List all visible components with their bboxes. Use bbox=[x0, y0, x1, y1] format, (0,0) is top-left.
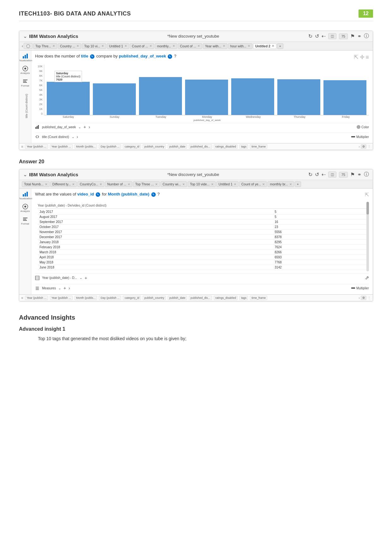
tab-item-w1-7[interactable]: Year with... ✕ bbox=[203, 43, 227, 49]
add-measure-btn[interactable]: + bbox=[63, 286, 66, 291]
footer-item-w1-5[interactable]: publish_country bbox=[143, 144, 166, 149]
right-arrow-table[interactable]: › bbox=[69, 286, 70, 291]
footer-item-w2-8[interactable]: ratings_disabled bbox=[214, 296, 238, 300]
footer-item-w2-3[interactable]: Day (publish ... bbox=[99, 296, 121, 300]
sidebar-visualization-2[interactable]: Visualization bbox=[21, 191, 30, 200]
tab-close-icon[interactable]: ✕ bbox=[248, 44, 250, 48]
footer-settings-icon-2[interactable]: ≡ bbox=[21, 296, 23, 300]
footer-item-w1-3[interactable]: Day (publish ... bbox=[99, 144, 121, 149]
sidebar-analysis[interactable]: Analysis bbox=[21, 66, 30, 75]
tab-item-w1-0[interactable]: Top Thre... ✕ bbox=[33, 43, 57, 49]
expand-icon-table[interactable]: ⇗ bbox=[365, 275, 369, 281]
query-edit-icon-4[interactable]: ✎ bbox=[151, 192, 156, 197]
bar-monday[interactable] bbox=[185, 80, 228, 115]
search-icon-2[interactable]: ⚭ bbox=[357, 172, 361, 178]
tab-item-w2-4[interactable]: Top Three ... ✕ bbox=[133, 181, 160, 187]
x-field-dropdown[interactable]: ⌄ bbox=[78, 125, 81, 129]
tab-close-icon[interactable]: ✕ bbox=[289, 183, 292, 186]
tab-close-icon[interactable]: ✕ bbox=[197, 44, 200, 48]
redo-icon-2[interactable]: ↺ bbox=[315, 172, 319, 178]
tab-item-w2-8[interactable]: Count of ye... ✕ bbox=[239, 181, 267, 187]
bar-wednesday[interactable] bbox=[231, 78, 274, 115]
tab-item-w2-0[interactable]: Total Numb... ✕ bbox=[22, 181, 50, 187]
tab-item-w2-7[interactable]: Untitled 1 ✕ bbox=[216, 181, 238, 187]
sidebar-analysis-2[interactable]: Analysis bbox=[21, 204, 30, 213]
footer-item-w2-10[interactable]: time_frame bbox=[250, 296, 267, 300]
footer-item-w1-8[interactable]: ratings_disabled bbox=[214, 144, 238, 149]
footer-item-w1-2[interactable]: Month (publis... bbox=[75, 144, 97, 149]
footer-item-w1-7[interactable]: published_dis... bbox=[189, 144, 212, 149]
tab-item-w1-1[interactable]: Country ... ✕ bbox=[58, 43, 81, 49]
measures-label[interactable]: Measures bbox=[42, 286, 56, 290]
tab-item-w1-9[interactable]: Untitled 2 ✕ bbox=[253, 43, 276, 49]
sidebar-visualization[interactable]: Visualization bbox=[21, 53, 30, 62]
undo-icon[interactable]: ↻ bbox=[308, 33, 312, 39]
tab-close-icon[interactable]: ✕ bbox=[234, 183, 236, 186]
settings-icon[interactable]: ≡ bbox=[365, 54, 369, 60]
tab-close-icon[interactable]: ✕ bbox=[149, 44, 152, 48]
search-icon[interactable]: ⚭ bbox=[357, 33, 361, 39]
size-btn[interactable]: 75 bbox=[339, 33, 348, 39]
x-field-label-2[interactable]: Year (publish_date) - D... bbox=[42, 276, 77, 280]
flag-icon[interactable]: ⚑ bbox=[350, 33, 355, 39]
footer-settings-btn[interactable]: ⚙ bbox=[361, 144, 366, 149]
tab-item-w1-3[interactable]: Untitled 1 ✕ bbox=[107, 43, 129, 49]
footer-item-w2-2[interactable]: Month (publis... bbox=[75, 296, 97, 300]
share-icon-2[interactable]: ⇠ bbox=[322, 172, 326, 178]
resize-icon-2[interactable]: ⇱ bbox=[365, 192, 369, 197]
tab-close-icon[interactable]: ✕ bbox=[52, 44, 55, 48]
tab-close-icon[interactable]: ✕ bbox=[211, 183, 214, 186]
footer-item-w1-6[interactable]: publish_date bbox=[168, 144, 187, 149]
footer-item-w1-4[interactable]: category_id bbox=[123, 144, 141, 149]
y-field-dropdown[interactable]: ⌄ bbox=[72, 135, 74, 139]
x-field-dropdown-2[interactable]: ⌄ bbox=[80, 276, 82, 280]
footer-item-w1-0[interactable]: Year (publish ... bbox=[25, 144, 48, 149]
tab-close-icon[interactable]: ✕ bbox=[124, 44, 127, 48]
footer-item-w2-5[interactable]: publish_country bbox=[143, 296, 166, 300]
tab-item-w2-5[interactable]: Country wi... ✕ bbox=[160, 181, 187, 187]
tab-close-icon[interactable]: ✕ bbox=[100, 183, 102, 186]
redo-icon[interactable]: ↺ bbox=[315, 33, 319, 39]
x-field-label[interactable]: published_day_of_week bbox=[42, 125, 76, 129]
footer-dots-icon-2[interactable]: ⋮ bbox=[367, 296, 371, 300]
tab-item-w1-10[interactable]: + bbox=[277, 43, 283, 49]
bar-tuesday[interactable] bbox=[139, 77, 182, 115]
help-icon-2[interactable]: ⓘ bbox=[364, 171, 369, 178]
add-tab-btn[interactable]: ◯ bbox=[24, 43, 33, 49]
tab-item-w1-4[interactable]: Count of ... ✕ bbox=[130, 43, 154, 49]
undo-icon-2[interactable]: ↻ bbox=[308, 172, 312, 178]
right-arrow-2[interactable]: › bbox=[77, 134, 78, 139]
footer-item-w1-10[interactable]: time_frame bbox=[250, 144, 267, 149]
sidebar-format[interactable]: Format bbox=[21, 78, 30, 87]
query-edit-icon-3[interactable]: ✎ bbox=[96, 192, 100, 197]
footer-right-arrow[interactable]: › bbox=[359, 145, 360, 148]
query-edit-icon-1[interactable]: ✎ bbox=[90, 54, 94, 59]
footer-item-w2-1[interactable]: Year (publish ... bbox=[50, 296, 73, 300]
tab-close-icon[interactable]: ✕ bbox=[155, 183, 158, 186]
color-control[interactable]: Color bbox=[357, 125, 369, 129]
tab-item-w1-8[interactable]: hour with... ✕ bbox=[228, 43, 252, 49]
tab-close-icon[interactable]: ✕ bbox=[72, 183, 75, 186]
size-btn-2[interactable]: 75 bbox=[339, 172, 348, 178]
tab-item-w1-2[interactable]: Top 10 vi... ✕ bbox=[82, 43, 106, 49]
footer-item-w1-9[interactable]: tags bbox=[239, 144, 248, 149]
resize-icon[interactable]: ⇱ bbox=[354, 54, 359, 60]
flag-icon-2[interactable]: ⚑ bbox=[350, 172, 355, 178]
view-toggle-btn[interactable]: ◫ bbox=[328, 33, 336, 39]
sidebar-format-2[interactable]: Format bbox=[21, 216, 30, 225]
chevron-down-icon-2[interactable]: ⌄ bbox=[23, 172, 27, 178]
footer-settings-btn-2[interactable]: ⚙ bbox=[361, 296, 366, 300]
scroll-thumb[interactable] bbox=[366, 202, 369, 214]
tab-close-icon[interactable]: ✕ bbox=[262, 183, 265, 186]
add-x-field-btn[interactable]: + bbox=[83, 124, 86, 129]
footer-item-w2-6[interactable]: publish_date bbox=[168, 296, 187, 300]
tab-close-icon[interactable]: ✕ bbox=[45, 183, 47, 186]
tab-close-icon[interactable]: ✕ bbox=[101, 44, 104, 48]
tab-item-w2-10[interactable]: + bbox=[295, 181, 301, 187]
tab-item-w2-1[interactable]: Different ty... ✕ bbox=[50, 181, 77, 187]
scrollbar-stub[interactable] bbox=[366, 202, 369, 271]
chevron-down-icon[interactable]: ⌄ bbox=[23, 33, 27, 39]
tab-item-w2-6[interactable]: Top 10 vide... ✕ bbox=[188, 181, 215, 187]
tab-item-w1-6[interactable]: Count of ... ✕ bbox=[178, 43, 202, 49]
tab-close-icon[interactable]: ✕ bbox=[128, 183, 130, 186]
